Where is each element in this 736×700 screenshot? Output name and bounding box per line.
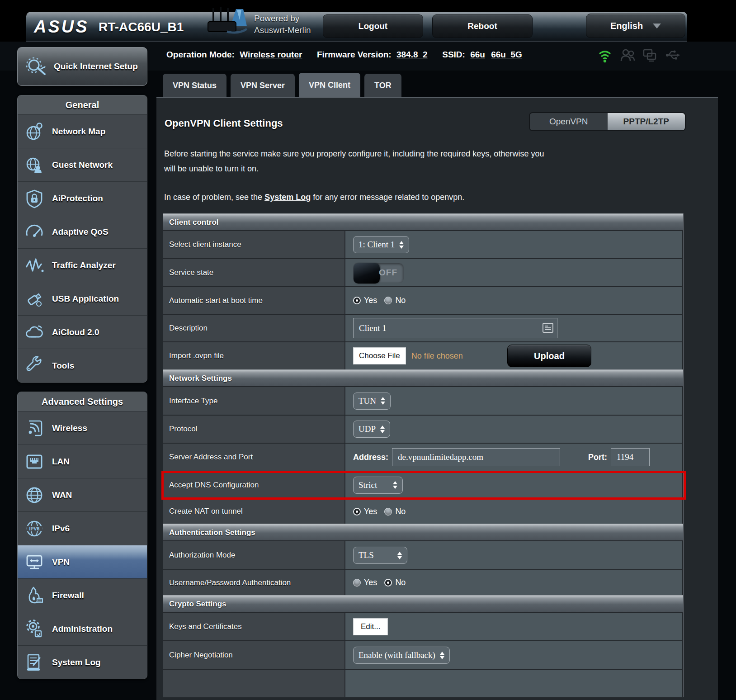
sidebar-item-adaptive-qos[interactable]: Adaptive QoS (18, 215, 147, 248)
intro-text: Before starting the service make sure yo… (164, 147, 553, 176)
port-label: Port: (588, 453, 607, 462)
create-nat-label: Create NAT on tunnel (163, 499, 345, 524)
openvpn-settings-table: Client control Select client instance 1:… (163, 213, 684, 697)
protocol-label: Protocol (163, 416, 345, 443)
sidebar-item-usb-application[interactable]: USB Application (18, 282, 147, 315)
auto-start-no-radio[interactable] (384, 297, 392, 304)
firmware-version-link[interactable]: 384.8_2 (396, 50, 428, 59)
edit-keys-button[interactable]: Edit... (353, 618, 388, 635)
service-state-toggle[interactable]: OFF (353, 263, 404, 283)
main-content-panel: OpenVPN Client Settings OpenVPN PPTP/L2T… (156, 97, 718, 700)
select-arrows-icon (380, 426, 385, 433)
accept-dns-label: Accept DNS Configuration (163, 472, 345, 498)
quick-internet-setup-button[interactable]: Quick Internet Setup (17, 47, 147, 86)
authorization-mode-label: Authorization Mode (163, 541, 345, 569)
client-instance-select[interactable]: 1: Client 1 (353, 236, 409, 253)
userpass-yes-radio[interactable] (353, 579, 361, 586)
sidebar-item-aicloud[interactable]: AiCloud 2.0 (18, 315, 147, 349)
userpass-no-radio[interactable] (384, 579, 392, 586)
description-input[interactable] (353, 318, 557, 338)
aiprotection-shield-icon (24, 188, 45, 209)
select-client-label: Select client instance (163, 231, 345, 258)
select-arrows-icon (381, 397, 385, 405)
ipv6-globe-icon: IPV6 (24, 518, 45, 539)
sidebar-item-guest-network[interactable]: Guest Network (18, 148, 147, 181)
system-info: Operation Mode: Wireless router Firmware… (166, 50, 526, 60)
guest-network-icon (24, 155, 45, 175)
sidebar-item-aiprotection[interactable]: AiProtection (18, 181, 147, 215)
page-title: OpenVPN Client Settings (165, 118, 283, 129)
toggle-knob (354, 263, 380, 284)
vpn-tabs: VPN Status VPN Server VPN Client TOR (163, 74, 401, 97)
reboot-button[interactable]: Reboot (432, 14, 533, 38)
contact-card-icon[interactable] (543, 323, 553, 333)
cipher-negotiation-select[interactable]: Enable (with fallback) (353, 647, 450, 664)
tab-vpn-status[interactable]: VPN Status (163, 74, 226, 97)
network-settings-header: Network Settings (163, 369, 683, 386)
crypto-settings-header: Crypto Settings (163, 595, 683, 612)
traffic-analyzer-icon (24, 255, 45, 276)
sidebar-item-network-map[interactable]: Network Map (18, 114, 147, 148)
sidebar-item-firewall[interactable]: Firewall (18, 578, 147, 612)
cipher-negotiation-label: Cipher Negotiation (163, 641, 345, 669)
keys-certificates-label: Keys and Certificates (163, 613, 345, 640)
quick-setup-icon (25, 55, 47, 78)
server-port-input[interactable] (611, 448, 650, 466)
nat-yes-radio[interactable] (353, 508, 361, 516)
tab-tor[interactable]: TOR (364, 74, 401, 97)
auto-start-yes-radio[interactable] (353, 297, 361, 304)
sidebar-item-administration[interactable]: Administration (18, 612, 147, 645)
sidebar-item-wan[interactable]: WAN (18, 478, 147, 511)
accept-dns-select[interactable]: Strict (353, 477, 403, 494)
sidebar-item-lan[interactable]: LAN (18, 445, 147, 478)
adaptive-qos-gauge-icon (24, 222, 45, 242)
printer-status-icon[interactable] (642, 47, 658, 63)
sidebar-item-wireless[interactable]: Wireless (18, 411, 147, 445)
sidebar-item-vpn[interactable]: VPN (18, 545, 147, 578)
choose-file-button[interactable]: Choose File (353, 347, 406, 364)
server-address-input[interactable] (392, 448, 560, 466)
sidebar-item-ipv6[interactable]: IPV6 IPv6 (18, 511, 147, 545)
select-arrows-icon (440, 652, 444, 659)
sidebar-item-tools[interactable]: Tools (18, 349, 147, 382)
pptp-l2tp-type-button[interactable]: PPTP/L2TP (608, 113, 685, 130)
operation-mode-link[interactable]: Wireless router (240, 50, 302, 59)
nat-no-radio[interactable] (384, 508, 392, 516)
usb-application-icon (24, 289, 45, 309)
address-label: Address: (353, 453, 388, 462)
description-label: Description (163, 315, 345, 341)
auto-start-label: Automatic start at boot time (163, 287, 345, 314)
powered-by: Powered by Asuswrt-Merlin (254, 13, 311, 36)
logout-button[interactable]: Logout (323, 14, 423, 38)
asus-logo: ASUS (34, 17, 89, 37)
advanced-settings-header: Advanced Settings (18, 392, 147, 411)
authorization-mode-select[interactable]: TLS (353, 547, 407, 564)
wifi-status-icon[interactable] (597, 47, 613, 63)
vpn-icon (24, 552, 45, 572)
userpass-auth-label: Username/Password Authentication (163, 570, 345, 595)
tools-wrench-icon (24, 355, 45, 376)
import-ovpn-label: Import .ovpn file (163, 342, 345, 369)
client-control-header: Client control (163, 213, 683, 230)
authentication-settings-header: Authentication Settings (163, 524, 683, 540)
protocol-select[interactable]: UDP (353, 421, 390, 438)
language-select[interactable]: English (586, 14, 685, 38)
tab-vpn-client[interactable]: VPN Client (299, 73, 360, 97)
select-arrows-icon (399, 241, 404, 249)
system-log-link[interactable]: System Log (264, 193, 311, 202)
problem-hint-text: In case of problem, see the System Log f… (164, 193, 464, 202)
interface-type-select[interactable]: TUN (353, 393, 391, 410)
ssid-5g-link[interactable]: 66u_5G (491, 50, 522, 59)
sidebar-item-traffic-analyzer[interactable]: Traffic Analyzer (18, 248, 147, 282)
upload-button[interactable]: Upload (507, 345, 591, 367)
tab-vpn-server[interactable]: VPN Server (231, 74, 295, 97)
service-state-label: Service state (163, 259, 345, 286)
sidebar-item-system-log[interactable]: System Log (18, 645, 147, 679)
ssid-24g-link[interactable]: 66u (470, 50, 485, 59)
openvpn-type-button[interactable]: OpenVPN (530, 113, 608, 130)
aicloud-icon (24, 322, 45, 343)
chevron-down-icon (653, 24, 661, 28)
usb-status-icon[interactable] (665, 47, 681, 63)
clients-status-icon[interactable] (619, 47, 636, 63)
wan-globe-icon (24, 485, 45, 506)
